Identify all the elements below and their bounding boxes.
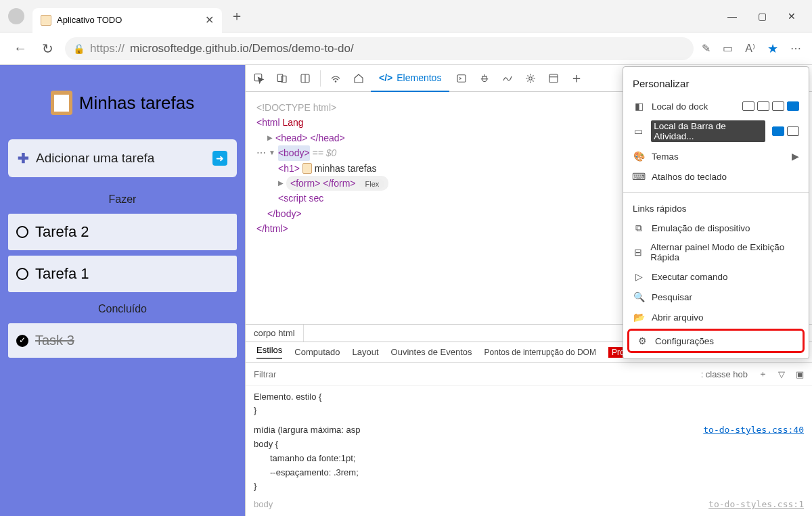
run-command-row[interactable]: ▷ Executar comando xyxy=(623,266,809,287)
checkbox-icon[interactable] xyxy=(16,268,28,280)
back-button[interactable]: ← xyxy=(11,41,30,56)
task-row[interactable]: Tarefa 2 xyxy=(8,214,237,250)
lock-icon: 🔒 xyxy=(73,43,85,54)
add-task-input[interactable]: ✚ Adicionar uma tarefa ➜ xyxy=(8,139,237,177)
add-tool-icon[interactable]: ＋ xyxy=(566,68,587,89)
minimize-button[interactable]: — xyxy=(725,11,739,22)
console-icon[interactable] xyxy=(451,68,472,89)
browser-menu-icon[interactable]: ⋯ xyxy=(790,42,801,55)
application-icon[interactable] xyxy=(543,68,564,89)
todo-section-label: Fazer xyxy=(5,185,240,211)
class-hob-text[interactable]: : classe hob xyxy=(701,369,748,379)
address-bar-row: ← ↻ 🔒 https://microsoftedge.github.io/De… xyxy=(0,32,812,65)
svg-rect-13 xyxy=(549,74,558,83)
profile-avatar[interactable] xyxy=(8,8,24,24)
read-aloud-icon[interactable]: A⁾ xyxy=(745,42,755,55)
computed-sidebar-icon[interactable]: ▣ xyxy=(796,369,804,379)
network-conditions-icon[interactable] xyxy=(325,68,346,89)
app-header: Minhas tarefas xyxy=(5,70,240,131)
dock-bottom-option[interactable] xyxy=(772,101,784,111)
submit-task-button[interactable]: ➜ xyxy=(212,151,227,166)
play-icon: ▷ xyxy=(633,271,645,283)
computed-tab[interactable]: Computado xyxy=(294,347,340,357)
settings-row[interactable]: ⚙ Configurações xyxy=(627,329,805,353)
dock-right-option[interactable] xyxy=(787,101,799,111)
activity-bar-row[interactable]: ▭ Local da Barra de Atividad... xyxy=(623,116,809,146)
palette-icon: 🎨 xyxy=(633,150,645,162)
abar-option-1[interactable] xyxy=(772,126,784,136)
dom-breakpoints-tab[interactable]: Pontos de interrupção do DOM xyxy=(484,348,596,357)
dock-undock-option[interactable] xyxy=(742,101,754,111)
activity-bar-icon: ▭ xyxy=(633,125,644,137)
search-row[interactable]: 🔍 Pesquisar xyxy=(623,287,809,307)
dom-selected-dots[interactable]: ⋯ xyxy=(256,145,266,160)
activity-bar-options xyxy=(772,126,799,136)
svg-point-5 xyxy=(335,80,336,82)
flex-badge[interactable]: Flex xyxy=(359,179,384,189)
open-file-row[interactable]: 📂 Abrir arquivo xyxy=(623,307,809,327)
shortcuts-row[interactable]: ⌨ Atalhos do teclado xyxy=(623,166,809,187)
expand-icon[interactable]: ▶ xyxy=(267,133,273,143)
performance-icon[interactable] xyxy=(497,68,518,89)
svg-line-11 xyxy=(487,76,488,77)
gear-icon: ⚙ xyxy=(636,335,648,347)
popup-title: Personalizar xyxy=(623,72,809,96)
folder-icon: 📂 xyxy=(633,311,645,323)
layout-tab[interactable]: Layout xyxy=(353,347,379,357)
expand-icon[interactable]: ▶ xyxy=(278,178,284,189)
new-tab-button[interactable]: ＋ xyxy=(230,7,244,25)
task-row-done[interactable]: Task 3 xyxy=(8,323,237,358)
close-window-button[interactable]: ✕ xyxy=(785,11,798,22)
svg-point-12 xyxy=(529,76,533,80)
checkbox-icon[interactable] xyxy=(16,226,28,238)
quick-view-row[interactable]: ⊟ Alternar painel Modo de Exibição Rápid… xyxy=(623,238,809,266)
elements-tab[interactable]: </> Elementos xyxy=(371,65,449,92)
chevron-right-icon: ▶ xyxy=(792,151,799,162)
add-task-placeholder: Adicionar uma tarefa xyxy=(36,151,206,166)
url-scheme: https:// xyxy=(90,42,125,55)
keyboard-icon: ⌨ xyxy=(633,170,645,183)
device-emulation-row[interactable]: ⧉ Emulação de dispositivo xyxy=(623,218,809,238)
dock-location-row[interactable]: ◧ Local do dock xyxy=(623,96,809,116)
close-tab-icon[interactable]: ✕ xyxy=(205,14,214,26)
edit-page-icon[interactable]: ✎ xyxy=(702,42,710,55)
styles-filter-input[interactable] xyxy=(254,369,701,379)
abar-option-2[interactable] xyxy=(787,126,799,136)
toggle-classes-icon[interactable]: ▽ xyxy=(778,369,785,379)
listeners-tab[interactable]: Ouvintes de Eventos xyxy=(391,347,472,357)
checkbox-done-icon[interactable] xyxy=(16,335,28,347)
collections-icon[interactable]: ▭ xyxy=(723,42,733,55)
settings-gear-icon[interactable] xyxy=(520,68,541,89)
panel-layout-icon[interactable] xyxy=(294,68,316,89)
styles-tab[interactable]: Estilos xyxy=(256,345,282,359)
welcome-icon[interactable] xyxy=(348,68,369,89)
inspect-tool-icon[interactable] xyxy=(248,68,270,89)
styles-filter-row: : classe hob ＋ ▽ ▣ xyxy=(246,363,812,386)
clipboard-icon xyxy=(51,91,72,115)
elements-tab-label: Elementos xyxy=(397,72,441,83)
refresh-button[interactable]: ↻ xyxy=(38,41,57,57)
styles-rules[interactable]: Elemento. estilo { } mídia (largura máxi… xyxy=(246,386,812,516)
collapse-icon[interactable]: ▼ xyxy=(269,147,275,158)
panel-icon: ⊟ xyxy=(633,246,644,258)
url-rest: microsoftedge.github.io/Demos/demo-to-do… xyxy=(130,42,354,55)
bug-icon[interactable] xyxy=(474,68,495,89)
device-toggle-icon[interactable] xyxy=(271,68,293,89)
new-style-rule-icon[interactable]: ＋ xyxy=(759,368,767,380)
maximize-button[interactable]: ▢ xyxy=(755,11,769,22)
window-controls: — ▢ ✕ xyxy=(725,11,807,22)
search-icon: 🔍 xyxy=(633,291,645,303)
style-source-link[interactable]: to-do-styles.css:40 xyxy=(703,423,804,438)
address-bar[interactable]: 🔒 https://microsoftedge.github.io/Demos/… xyxy=(65,37,694,60)
clipboard-glyph-icon xyxy=(302,163,312,174)
dock-options xyxy=(742,101,799,111)
browser-tab[interactable]: Aplicativo TODO ✕ xyxy=(32,8,222,32)
task-row[interactable]: Tarefa 1 xyxy=(8,256,237,292)
app-title: Minhas tarefas xyxy=(79,93,195,114)
favorite-icon[interactable]: ★ xyxy=(767,41,778,56)
dock-left-option[interactable] xyxy=(757,101,769,111)
style-source-link[interactable]: to-do-styles.css:1 xyxy=(708,498,804,512)
breadcrumb-item[interactable]: corpo html xyxy=(246,325,304,342)
themes-row[interactable]: 🎨 Temas ▶ xyxy=(623,146,809,166)
tab-title: Aplicativo TODO xyxy=(57,15,200,25)
